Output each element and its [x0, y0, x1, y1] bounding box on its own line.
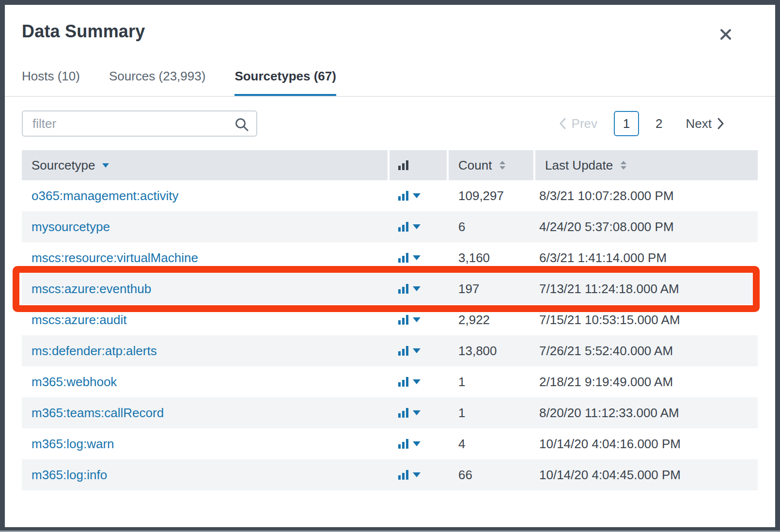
- table-row: mscs:resource:virtualMachine 3,160 6/3/2…: [22, 242, 758, 273]
- pagination: Prev 1 2 Next: [559, 111, 724, 136]
- count-cell: 6: [449, 219, 535, 235]
- chevron-down-icon: [413, 255, 421, 260]
- last-update-cell: 2/18/21 9:19:49.000 AM: [535, 375, 758, 390]
- chevron-down-icon: [413, 286, 421, 291]
- bar-chart-icon: [398, 160, 408, 170]
- last-update-cell: 7/26/21 5:52:40.000 AM: [535, 344, 758, 359]
- sourcetype-header-label: Sourcetype: [31, 158, 95, 173]
- table-row: m365:log:warn 4 10/14/20 4:04:16.000 PM: [22, 428, 758, 459]
- sourcetype-link[interactable]: m365:webhook: [31, 375, 117, 389]
- sort-desc-icon: [102, 163, 109, 168]
- controls-row: Prev 1 2 Next: [22, 110, 758, 137]
- count-cell: 66: [449, 468, 535, 483]
- bar-chart-icon: [398, 284, 408, 294]
- bar-chart-icon: [398, 377, 408, 387]
- chevron-down-icon: [413, 472, 421, 477]
- column-header-count[interactable]: Count: [449, 150, 533, 180]
- tab-bar: Hosts (10) Sources (23,993) Sourcetypes …: [22, 69, 336, 97]
- last-update-cell: 6/3/21 1:41:14.000 PM: [535, 250, 758, 266]
- column-header-chart: [390, 150, 447, 180]
- count-cell: 109,297: [449, 188, 535, 203]
- chevron-down-icon: [413, 224, 421, 229]
- filter-input[interactable]: [23, 111, 256, 136]
- chevron-down-icon: [413, 317, 421, 322]
- table-row: m365:log:info 66 10/14/20 4:04:45.000 PM: [22, 459, 758, 490]
- tabs-divider: [5, 96, 775, 97]
- bar-chart-icon: [398, 346, 408, 356]
- count-cell: 1: [449, 406, 535, 421]
- chevron-down-icon: [413, 193, 421, 198]
- sourcetype-link[interactable]: mscs:azure:audit: [31, 313, 127, 327]
- table-row: mysourcetype 6 4/24/20 5:37:08.000 PM: [22, 211, 758, 242]
- table-header: Sourcetype Count Last Update: [22, 150, 758, 180]
- table-row: m365:webhook 1 2/18/21 9:19:49.000 AM: [22, 366, 758, 397]
- next-label: Next: [686, 116, 712, 131]
- table-row: mscs:azure:audit 2,922 7/15/21 10:53:15.…: [22, 304, 758, 335]
- last-update-cell: 10/14/20 4:04:45.000 PM: [535, 468, 758, 483]
- table-row-highlighted: mscs:azure:eventhub 197 7/13/21 11:24:18…: [22, 273, 758, 304]
- table-row: o365:management:activity 109,297 8/3/21 …: [22, 180, 758, 211]
- table-row: m365:teams:callRecord 1 8/20/20 11:12:33…: [22, 397, 758, 428]
- column-header-sourcetype[interactable]: Sourcetype: [22, 150, 388, 180]
- chevron-down-icon: [413, 379, 421, 384]
- chevron-down-icon: [413, 348, 421, 353]
- chevron-down-icon: [413, 441, 421, 446]
- close-icon[interactable]: [718, 26, 734, 43]
- sort-both-icon: [499, 161, 505, 170]
- count-cell: 2,922: [449, 313, 535, 328]
- last-update-cell: 7/15/21 10:53:15.000 AM: [535, 313, 758, 328]
- bar-chart-icon: [398, 253, 408, 263]
- chart-dropdown[interactable]: [390, 346, 449, 356]
- bar-chart-icon: [398, 222, 408, 232]
- next-button[interactable]: Next: [686, 116, 724, 131]
- column-header-last-update[interactable]: Last Update: [535, 150, 758, 180]
- sourcetype-link[interactable]: m365:log:info: [31, 468, 107, 482]
- count-cell: 197: [449, 282, 535, 297]
- sourcetype-link[interactable]: o365:management:activity: [31, 188, 179, 203]
- sourcetype-link[interactable]: mscs:resource:virtualMachine: [31, 250, 198, 265]
- count-cell: 1: [449, 375, 535, 390]
- chart-dropdown[interactable]: [390, 377, 449, 387]
- bar-chart-icon: [398, 470, 408, 480]
- search-icon[interactable]: [234, 117, 250, 134]
- chart-dropdown[interactable]: [390, 191, 449, 201]
- last-update-header-label: Last Update: [545, 158, 613, 173]
- page-1-button[interactable]: 1: [614, 111, 639, 136]
- table-body: o365:management:activity 109,297 8/3/21 …: [22, 180, 758, 490]
- chart-dropdown[interactable]: [390, 470, 449, 480]
- sourcetype-link[interactable]: m365:log:warn: [31, 437, 114, 451]
- count-cell: 3,160: [449, 250, 535, 266]
- table-row: ms:defender:atp:alerts 13,800 7/26/21 5:…: [22, 335, 758, 366]
- tab-sources[interactable]: Sources (23,993): [109, 69, 205, 97]
- tab-sourcetypes[interactable]: Sourcetypes (67): [234, 69, 336, 97]
- page-title: Data Summary: [22, 21, 145, 42]
- bar-chart-icon: [398, 315, 408, 325]
- chevron-down-icon: [413, 410, 421, 415]
- chart-dropdown[interactable]: [390, 315, 449, 325]
- count-cell: 13,800: [449, 344, 535, 359]
- chart-dropdown[interactable]: [390, 222, 449, 232]
- sourcetypes-table: Sourcetype Count Last Update o365:manage…: [22, 150, 758, 490]
- chevron-right-icon: [718, 118, 724, 129]
- last-update-cell: 10/14/20 4:04:16.000 PM: [535, 437, 758, 452]
- sourcetype-link[interactable]: mysourcetype: [31, 219, 110, 234]
- chart-dropdown[interactable]: [390, 439, 449, 449]
- prev-button: Prev: [559, 116, 597, 131]
- tab-hosts[interactable]: Hosts (10): [22, 69, 80, 97]
- prev-label: Prev: [572, 116, 597, 131]
- chart-dropdown[interactable]: [390, 284, 449, 294]
- filter-box: [22, 110, 257, 137]
- bar-chart-icon: [398, 191, 408, 201]
- sourcetype-link[interactable]: ms:defender:atp:alerts: [31, 344, 157, 358]
- last-update-cell: 8/20/20 11:12:33.000 AM: [535, 406, 758, 421]
- bar-chart-icon: [398, 408, 408, 418]
- chart-dropdown[interactable]: [390, 253, 449, 263]
- last-update-cell: 7/13/21 11:24:18.000 AM: [535, 282, 758, 297]
- sourcetype-link[interactable]: mscs:azure:eventhub: [31, 282, 151, 296]
- count-header-label: Count: [458, 158, 492, 173]
- page-2-button[interactable]: 2: [655, 116, 662, 131]
- sourcetype-link[interactable]: m365:teams:callRecord: [31, 406, 164, 420]
- chart-dropdown[interactable]: [390, 408, 449, 418]
- data-summary-modal: Data Summary Hosts (10) Sources (23,993)…: [5, 5, 775, 527]
- chevron-left-icon: [559, 118, 566, 129]
